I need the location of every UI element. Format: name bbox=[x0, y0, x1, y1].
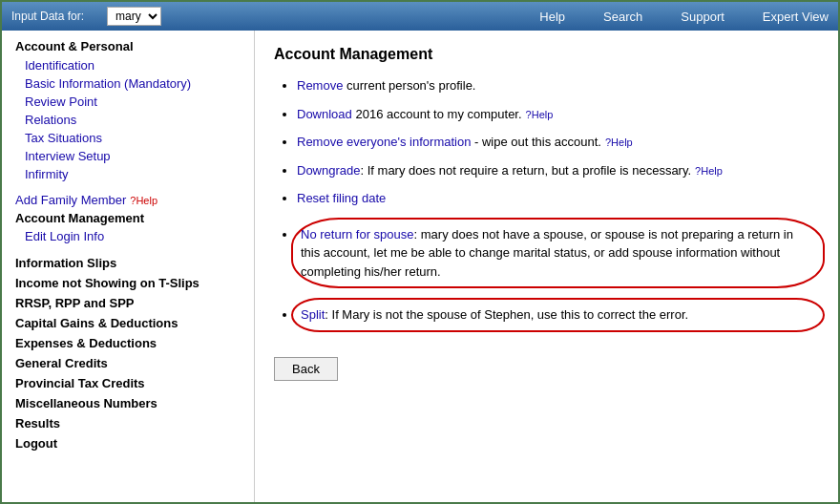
add-family-member-link[interactable]: Add Family Member bbox=[15, 193, 126, 207]
sidebar-item-income-not-showing[interactable]: Income not Showing on T-Slips bbox=[2, 273, 254, 293]
sidebar-item-miscellaneous[interactable]: Miscellaneous Numbers bbox=[2, 393, 254, 413]
mandatory-label: (Mandatory) bbox=[124, 76, 191, 91]
sidebar-item-information-slips[interactable]: Information Slips bbox=[2, 253, 254, 273]
main-layout: Account & Personal Identification Basic … bbox=[2, 31, 838, 504]
list-item-downgrade: Downgrade: If mary does not require a re… bbox=[297, 161, 819, 180]
nav-search[interactable]: Search bbox=[603, 10, 642, 24]
sidebar-item-identification[interactable]: Identification bbox=[2, 56, 254, 74]
sidebar-item-basic-information[interactable]: Basic Information (Mandatory) bbox=[2, 74, 254, 93]
list-item-remove-profile: Remove current person's profile. bbox=[297, 76, 819, 95]
top-bar: Input Data for: mary Help Search Support… bbox=[2, 2, 838, 31]
sidebar-item-relations[interactable]: Relations bbox=[2, 111, 254, 129]
sidebar-item-edit-login-info[interactable]: Edit Login Info bbox=[2, 227, 254, 245]
download-link[interactable]: Download bbox=[297, 107, 352, 121]
remove-everyone-help[interactable]: ?Help bbox=[605, 136, 633, 148]
list-item-split: Split: If Mary is not the spouse of Step… bbox=[297, 298, 819, 332]
remove-profile-text: current person's profile. bbox=[343, 78, 475, 93]
downgrade-help[interactable]: ?Help bbox=[695, 165, 723, 177]
sidebar: Account & Personal Identification Basic … bbox=[2, 31, 255, 504]
sidebar-item-review-point[interactable]: Review Point bbox=[2, 93, 254, 111]
sidebar-item-infirmity[interactable]: Infirmity bbox=[2, 165, 254, 183]
sidebar-item-interview-setup[interactable]: Interview Setup bbox=[2, 147, 254, 165]
section-header-account-personal: Account & Personal bbox=[2, 36, 254, 56]
user-select[interactable]: mary bbox=[107, 7, 161, 26]
nav-expert-view[interactable]: Expert View bbox=[763, 10, 829, 24]
sidebar-item-logout[interactable]: Logout bbox=[2, 433, 254, 453]
split-link[interactable]: Split bbox=[301, 307, 325, 322]
back-button[interactable]: Back bbox=[274, 357, 338, 381]
list-item-remove-everyone: Remove everyone's information - wipe out… bbox=[297, 133, 819, 152]
downgrade-text: : If mary does not require a return, but… bbox=[361, 163, 692, 178]
content-area: Account Management Remove current person… bbox=[255, 31, 838, 504]
sidebar-item-account-management[interactable]: Account Management bbox=[2, 209, 254, 227]
download-help[interactable]: ?Help bbox=[526, 109, 554, 120]
list-item-no-return-spouse: No return for spouse: mary does not have… bbox=[297, 218, 819, 289]
list-item-reset-filing: Reset filing date bbox=[297, 189, 819, 208]
list-item-download: Download 2016 account to my computer.?He… bbox=[297, 105, 819, 124]
sidebar-item-tax-situations[interactable]: Tax Situations bbox=[2, 129, 254, 147]
reset-filing-link[interactable]: Reset filing date bbox=[297, 191, 386, 205]
input-data-label: Input Data for: bbox=[11, 10, 84, 23]
sidebar-item-provincial-tax[interactable]: Provincial Tax Credits bbox=[2, 373, 254, 393]
sidebar-item-rrsp[interactable]: RRSP, RPP and SPP bbox=[2, 293, 254, 313]
add-family-member[interactable]: Add Family Member?Help bbox=[2, 191, 254, 209]
page-title: Account Management bbox=[274, 46, 819, 63]
sidebar-item-capital-gains[interactable]: Capital Gains & Deductions bbox=[2, 313, 254, 333]
sidebar-item-expenses-deductions[interactable]: Expenses & Deductions bbox=[2, 333, 254, 353]
downgrade-link[interactable]: Downgrade bbox=[297, 163, 361, 178]
no-return-spouse-link[interactable]: No return for spouse bbox=[301, 227, 414, 242]
nav-help[interactable]: Help bbox=[539, 10, 565, 24]
download-text: 2016 account to my computer. bbox=[352, 107, 522, 121]
sidebar-item-results[interactable]: Results bbox=[2, 413, 254, 433]
family-member-help[interactable]: ?Help bbox=[130, 195, 158, 206]
account-management-list: Remove current person's profile. Downloa… bbox=[274, 76, 819, 332]
no-return-spouse-circled: No return for spouse: mary does not have… bbox=[291, 218, 825, 289]
sidebar-item-general-credits[interactable]: General Credits bbox=[2, 353, 254, 373]
remove-everyone-text: - wipe out this account. bbox=[471, 135, 601, 149]
nav-support[interactable]: Support bbox=[681, 10, 724, 24]
remove-profile-link[interactable]: Remove bbox=[297, 78, 343, 93]
remove-everyone-link[interactable]: Remove everyone's information bbox=[297, 135, 471, 149]
split-circled: Split: If Mary is not the spouse of Step… bbox=[291, 298, 825, 332]
split-text: : If Mary is not the spouse of Stephen, … bbox=[325, 307, 688, 322]
